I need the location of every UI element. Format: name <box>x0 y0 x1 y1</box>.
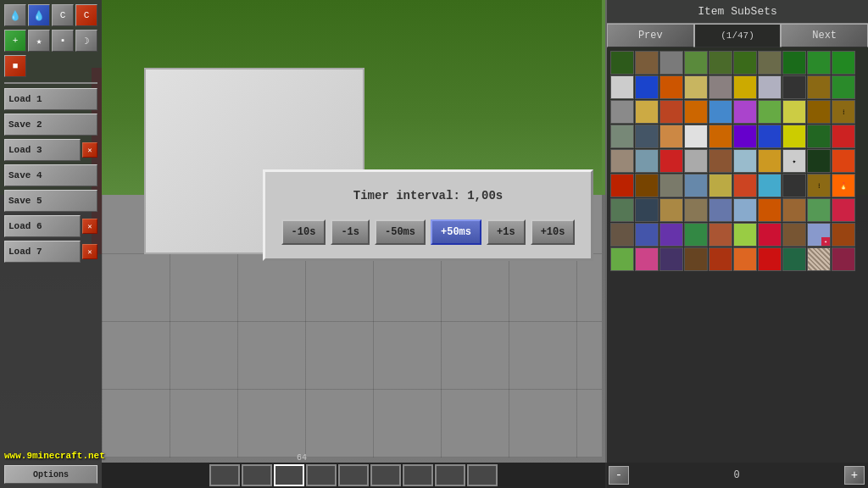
list-item[interactable] <box>659 198 683 222</box>
hotbar-slot-4[interactable] <box>306 464 337 486</box>
list-item[interactable] <box>610 75 634 99</box>
list-item[interactable] <box>709 51 732 75</box>
next-button[interactable]: Next <box>781 24 868 47</box>
plus50ms-button[interactable]: +50ms <box>431 219 481 245</box>
list-item[interactable] <box>807 100 831 124</box>
list-item[interactable] <box>709 100 732 124</box>
list-item[interactable] <box>832 51 855 75</box>
list-item[interactable] <box>709 149 732 173</box>
list-item[interactable] <box>807 75 831 99</box>
list-item[interactable] <box>807 149 831 173</box>
list-item[interactable] <box>659 51 683 75</box>
load6-button[interactable]: Load 6 <box>4 215 81 237</box>
save5-button[interactable]: Save 5 <box>4 190 97 212</box>
minus50ms-button[interactable]: -50ms <box>375 219 426 245</box>
hotbar-slot-7[interactable] <box>403 464 433 486</box>
list-item[interactable] <box>832 75 855 99</box>
list-item[interactable] <box>659 223 683 247</box>
list-item[interactable] <box>659 149 683 173</box>
gray-icon-btn[interactable]: ▪ <box>52 30 74 52</box>
list-item[interactable] <box>684 125 708 148</box>
water-icon-btn[interactable]: 💧 <box>28 4 50 26</box>
list-item[interactable] <box>610 174 634 197</box>
hotbar-slot-3[interactable] <box>274 464 304 486</box>
list-item[interactable] <box>659 174 683 197</box>
list-item[interactable] <box>684 51 708 75</box>
list-item[interactable] <box>610 125 634 148</box>
options-button[interactable]: Options <box>4 465 97 484</box>
list-item[interactable] <box>635 223 659 247</box>
list-item[interactable] <box>610 198 634 222</box>
list-item[interactable] <box>733 51 757 75</box>
hotbar-slot-2[interactable] <box>242 464 272 486</box>
list-item[interactable] <box>659 75 683 99</box>
list-item[interactable] <box>782 51 806 75</box>
hotbar-slot-9[interactable] <box>467 464 498 486</box>
list-item[interactable] <box>610 51 634 75</box>
c2-icon-btn[interactable]: C <box>75 4 97 26</box>
list-item[interactable] <box>684 198 708 222</box>
list-item[interactable] <box>733 75 757 99</box>
list-item[interactable] <box>782 100 806 124</box>
list-item[interactable] <box>709 174 732 197</box>
list-item[interactable] <box>733 223 757 247</box>
list-item[interactable]: ✦ <box>782 149 806 173</box>
list-item[interactable] <box>733 125 757 148</box>
list-item[interactable] <box>684 149 708 173</box>
plus-icon-btn[interactable]: + <box>4 30 26 52</box>
load3-close-button[interactable]: ✕ <box>82 142 97 158</box>
list-item[interactable] <box>832 223 855 247</box>
plus1s-button[interactable]: +1s <box>487 219 526 245</box>
list-item[interactable]: 🔥 <box>832 174 855 197</box>
list-item[interactable] <box>782 247 806 271</box>
list-item[interactable] <box>758 174 782 197</box>
list-item[interactable] <box>709 75 732 99</box>
list-item[interactable] <box>635 247 659 271</box>
list-item[interactable] <box>635 75 659 99</box>
prev-button[interactable]: Prev <box>607 24 694 47</box>
list-item[interactable] <box>807 247 831 271</box>
list-item[interactable] <box>709 223 732 247</box>
list-item[interactable] <box>832 125 855 148</box>
list-item[interactable] <box>758 198 782 222</box>
list-item[interactable] <box>709 125 732 148</box>
list-item[interactable] <box>782 174 806 197</box>
hotbar-slot-6[interactable] <box>370 464 401 486</box>
save2-button[interactable]: Save 2 <box>4 114 97 136</box>
list-item[interactable] <box>635 100 659 124</box>
list-item[interactable] <box>709 247 732 271</box>
list-item[interactable]: ✦ <box>807 223 831 247</box>
list-item[interactable] <box>832 149 855 173</box>
moon-icon-btn[interactable]: ☽ <box>75 30 97 52</box>
list-item[interactable] <box>635 174 659 197</box>
hotbar-slot-5[interactable] <box>338 464 369 486</box>
list-item[interactable] <box>635 125 659 148</box>
list-item[interactable] <box>758 149 782 173</box>
hotbar-slot-8[interactable] <box>435 464 465 486</box>
list-item[interactable] <box>733 247 757 271</box>
minus1s-button[interactable]: -1s <box>331 219 370 245</box>
list-item[interactable] <box>610 149 634 173</box>
load7-close-button[interactable]: ✕ <box>82 244 97 259</box>
list-item[interactable] <box>758 100 782 124</box>
list-item[interactable] <box>733 198 757 222</box>
list-item[interactable] <box>684 223 708 247</box>
load6-close-button[interactable]: ✕ <box>82 219 97 234</box>
list-item[interactable]: ⁞ <box>832 100 855 124</box>
save4-button[interactable]: Save 4 <box>4 164 97 186</box>
minus10s-button[interactable]: -10s <box>281 219 326 245</box>
list-item[interactable]: ⁞ <box>807 174 831 197</box>
list-item[interactable] <box>758 51 782 75</box>
list-item[interactable] <box>635 198 659 222</box>
red-square-icon-btn[interactable]: ■ <box>4 55 26 77</box>
list-item[interactable] <box>782 223 806 247</box>
list-item[interactable] <box>659 125 683 148</box>
list-item[interactable] <box>709 198 732 222</box>
list-item[interactable] <box>758 125 782 148</box>
list-item[interactable] <box>684 174 708 197</box>
list-item[interactable] <box>807 198 831 222</box>
list-item[interactable] <box>684 100 708 124</box>
drop-icon-btn[interactable]: 💧 <box>4 4 26 26</box>
list-item[interactable] <box>758 75 782 99</box>
plus10s-button[interactable]: +10s <box>531 219 576 245</box>
